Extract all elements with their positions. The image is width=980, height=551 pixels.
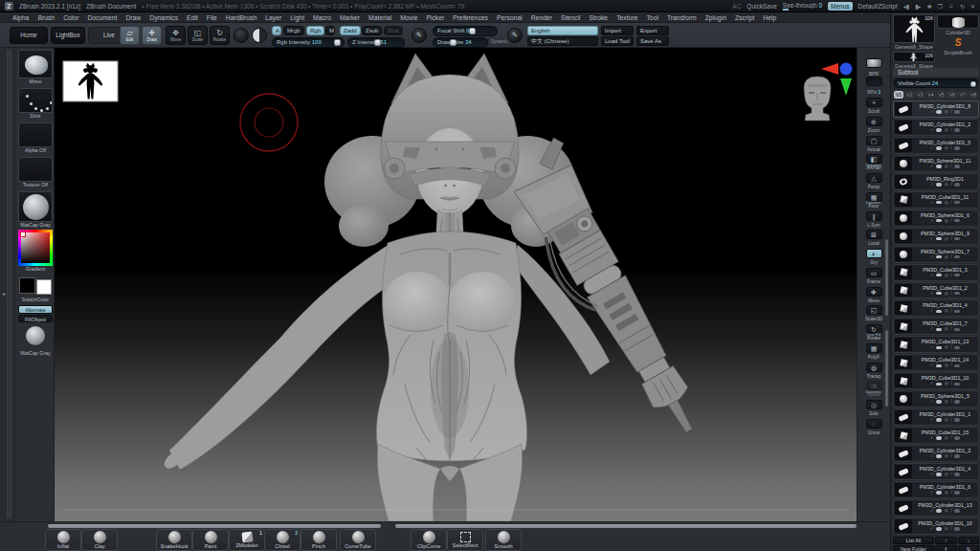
visibility-icon[interactable] bbox=[936, 201, 942, 205]
sync-icon[interactable]: ↻ bbox=[960, 3, 965, 10]
stroke-preview-icon[interactable] bbox=[234, 28, 249, 43]
polypaint-icon[interactable]: ◎ bbox=[945, 254, 948, 260]
brush-thumbnail-icon[interactable] bbox=[18, 50, 53, 78]
draw-button[interactable]: ✛Draw bbox=[142, 26, 162, 45]
visibility-icon[interactable] bbox=[936, 454, 942, 458]
edit-icon[interactable]: ✓ bbox=[930, 127, 934, 133]
menu-dynamics[interactable]: Dynamics bbox=[149, 14, 178, 21]
menu-render[interactable]: Render bbox=[531, 14, 552, 21]
z-intensity-slider[interactable]: Z Intensity 51 bbox=[347, 37, 405, 48]
silhouette-preview[interactable] bbox=[63, 61, 118, 101]
subtool-item[interactable]: PM3D_Cylinder3D1_13✓◎/ bbox=[893, 499, 979, 517]
dynamic-mode-icon[interactable]: ✎ bbox=[507, 28, 523, 43]
menu-brush[interactable]: Brush bbox=[37, 14, 55, 21]
visibility-icon[interactable] bbox=[936, 491, 942, 495]
menu-document[interactable]: Document bbox=[87, 14, 117, 21]
color-picker[interactable]: Gradient bbox=[18, 230, 53, 273]
load-tool-button[interactable]: Load Tool bbox=[601, 36, 634, 46]
edit-icon[interactable]: ✓ bbox=[930, 326, 934, 332]
subtool-item[interactable]: PM3D_Cylinder3D1_2✓◎/ bbox=[893, 119, 979, 136]
render-icon[interactable] bbox=[954, 146, 960, 150]
mask-icon[interactable]: / bbox=[950, 363, 951, 368]
visibility-icon[interactable] bbox=[936, 165, 942, 168]
render-icon[interactable] bbox=[954, 237, 960, 241]
sculpted-model[interactable] bbox=[161, 54, 719, 521]
edit-icon[interactable]: ✓ bbox=[930, 273, 934, 278]
render-icon[interactable] bbox=[954, 328, 960, 332]
subtool-item[interactable]: PM3D_Cylinder3D1_8✓◎/ bbox=[893, 100, 979, 118]
a-toggle[interactable]: A bbox=[272, 26, 281, 35]
shelf-transp-button[interactable]: ◍Transp bbox=[858, 352, 890, 371]
edit-icon[interactable]: ✓ bbox=[930, 453, 934, 459]
subtool-item[interactable]: PM3D_Cylinder3D1_6✓◎/ bbox=[893, 481, 979, 498]
quicksave-button[interactable]: QuickSave bbox=[746, 3, 776, 10]
polypaint-icon[interactable]: ◎ bbox=[945, 399, 948, 405]
polypaint-icon[interactable]: ◎ bbox=[945, 273, 948, 278]
polypaint-icon[interactable]: ◎ bbox=[945, 182, 948, 187]
edit-icon[interactable]: ✓ bbox=[930, 109, 934, 115]
switch-color[interactable]: SwitchColor bbox=[18, 277, 53, 303]
polypaint-icon[interactable]: ◎ bbox=[945, 308, 948, 314]
material-head-preview[interactable] bbox=[804, 77, 831, 121]
fillobject-button[interactable]: FillObject bbox=[18, 315, 53, 323]
rgb-toggle[interactable]: Rgb bbox=[306, 26, 324, 35]
subtool-tab-v6[interactable]: V6 bbox=[947, 91, 957, 99]
edit-icon[interactable]: ✓ bbox=[930, 435, 934, 441]
visibility-icon[interactable] bbox=[936, 328, 942, 332]
mask-icon[interactable]: / bbox=[950, 399, 951, 405]
polypaint-icon[interactable]: ◎ bbox=[945, 291, 948, 297]
polypaint-icon[interactable]: ◎ bbox=[945, 200, 948, 206]
list-all-button[interactable]: List All bbox=[893, 537, 934, 544]
polypaint-icon[interactable]: ◎ bbox=[945, 472, 948, 477]
shelf-persp-button[interactable]: Dynamic△Persp bbox=[858, 164, 890, 183]
subtool-item[interactable]: PM3D_Cube3D1_10✓◎/ bbox=[893, 372, 979, 389]
tool-cylinder3d[interactable] bbox=[937, 14, 979, 29]
secondary-color-swatch[interactable] bbox=[36, 279, 52, 295]
render-icon[interactable] bbox=[954, 219, 960, 223]
menu-help[interactable]: Help bbox=[763, 14, 776, 21]
recent-tool-thumbnail[interactable]: 106 bbox=[893, 52, 935, 62]
shelf-xpose-button[interactable]: ⇉Xpose bbox=[858, 371, 890, 390]
color-gradient-swatch[interactable] bbox=[18, 230, 53, 266]
subtool-item[interactable]: PM3D_Ring3D1✓◎/ bbox=[893, 173, 979, 190]
brush-clay-button[interactable]: Clay bbox=[81, 529, 118, 551]
mask-icon[interactable]: / bbox=[950, 308, 951, 314]
material-switch-icon[interactable] bbox=[252, 28, 267, 43]
mask-icon[interactable]: / bbox=[950, 381, 951, 386]
edit-icon[interactable]: ✓ bbox=[930, 236, 934, 242]
edit-button[interactable]: ▱Edit bbox=[120, 26, 140, 45]
subtool-item[interactable]: PM3D_Sphere3D1_11✓◎/ bbox=[893, 155, 979, 172]
mask-icon[interactable]: / bbox=[950, 273, 951, 278]
visibility-icon[interactable] bbox=[936, 128, 942, 132]
shelf-solo-button[interactable]: Dynamic◎Solo bbox=[858, 390, 890, 409]
save-as-button[interactable]: Save As bbox=[636, 36, 669, 46]
current-texture[interactable]: Texture Off bbox=[18, 157, 53, 188]
subtool-item[interactable]: PM3D_Cylinder3D1_4✓◎/ bbox=[893, 463, 979, 480]
move-button[interactable]: ✥Move bbox=[166, 26, 186, 45]
home-page-button[interactable]: Home Page bbox=[10, 27, 48, 44]
shelf-scale3d-button[interactable]: ◱Scale3D bbox=[858, 296, 890, 315]
mask-icon[interactable]: / bbox=[950, 490, 951, 496]
edit-icon[interactable]: ✓ bbox=[930, 363, 934, 368]
menu-material[interactable]: Material bbox=[368, 14, 391, 21]
edit-icon[interactable]: ✓ bbox=[930, 344, 934, 350]
dock-left-icon[interactable]: ◂▮ bbox=[903, 3, 909, 10]
subtool-tab-v3[interactable]: V3 bbox=[915, 91, 924, 99]
zcut-toggle[interactable]: Zcut bbox=[384, 26, 403, 35]
visibility-icon[interactable] bbox=[936, 509, 942, 513]
move-up-button[interactable]: ↑ bbox=[935, 537, 957, 544]
edit-icon[interactable]: ✓ bbox=[930, 417, 934, 423]
mask-icon[interactable]: / bbox=[950, 417, 951, 423]
render-icon[interactable] bbox=[954, 255, 960, 259]
polypaint-icon[interactable]: ◎ bbox=[945, 417, 948, 423]
primary-color-swatch[interactable] bbox=[19, 277, 35, 294]
subtool-tab-v8[interactable]: V8 bbox=[969, 91, 978, 99]
subtool-tab-v4[interactable]: V4 bbox=[925, 91, 935, 99]
visibility-icon[interactable] bbox=[936, 292, 942, 296]
m-toggle[interactable]: M bbox=[325, 26, 335, 35]
edit-icon[interactable]: ✓ bbox=[930, 490, 934, 496]
visibility-icon[interactable] bbox=[936, 418, 942, 422]
edit-icon[interactable]: ✓ bbox=[930, 254, 934, 260]
menu-stroke[interactable]: Stroke bbox=[590, 14, 609, 21]
menu-file[interactable]: File bbox=[207, 14, 217, 21]
